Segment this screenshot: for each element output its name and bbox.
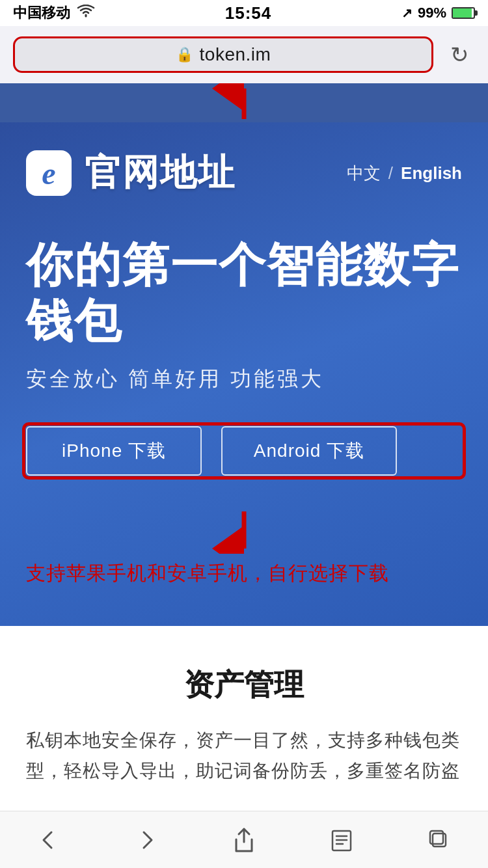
android-download-button[interactable]: Android 下载 <box>221 426 397 476</box>
down-arrow-svg <box>211 508 277 554</box>
status-time: 15:54 <box>225 3 272 23</box>
download-buttons-wrapper: iPhone 下载 Android 下载 <box>26 426 462 476</box>
bottom-navigation-bar <box>0 811 488 868</box>
section-description: 私钥本地安全保存，资产一目了然，支持多种钱包类型，轻松导入导出，助记词备份防丢，… <box>26 725 462 787</box>
logo-letter: e <box>42 156 55 191</box>
url-arrow-indicator <box>211 83 277 122</box>
browser-bar: 🔒 token.im ↻ <box>0 26 488 83</box>
tabs-icon <box>427 828 451 852</box>
lock-icon: 🔒 <box>176 46 193 63</box>
bookmarks-button[interactable] <box>322 821 361 860</box>
button-arrow-indicator <box>26 508 462 554</box>
hero-subtitle: 安全放心 简单好用 功能强大 <box>26 365 462 394</box>
back-icon <box>37 828 61 852</box>
section-title: 资产管理 <box>26 665 462 705</box>
carrier-text: 中国移动 <box>13 3 70 23</box>
share-icon <box>232 826 256 854</box>
language-switcher[interactable]: 中文 / English <box>347 162 462 185</box>
logo-icon: e <box>26 150 72 196</box>
lang-english[interactable]: English <box>401 163 462 183</box>
lang-chinese[interactable]: 中文 <box>347 162 381 185</box>
download-buttons: iPhone 下载 Android 下载 <box>26 426 462 476</box>
forward-icon <box>135 828 158 852</box>
battery-icon <box>452 7 475 19</box>
status-left: 中国移动 <box>13 3 95 23</box>
wifi-icon <box>77 5 95 21</box>
status-right: ↗ 99% <box>401 5 475 21</box>
url-bar[interactable]: 🔒 token.im <box>13 36 433 73</box>
lang-divider: / <box>388 163 393 183</box>
site-title: 官网地址 <box>85 148 236 198</box>
iphone-download-button[interactable]: iPhone 下载 <box>26 426 202 476</box>
url-text[interactable]: token.im <box>200 44 271 65</box>
site-header: e 官网地址 中文 / English <box>26 148 462 198</box>
battery-percent: 99% <box>418 5 446 21</box>
support-text: 支持苹果手机和安卓手机，自行选择下载 <box>26 560 462 587</box>
refresh-button[interactable]: ↻ <box>444 42 475 68</box>
share-button[interactable] <box>224 821 264 860</box>
hero-title: 你的第一个智能数字钱包 <box>26 237 462 349</box>
tabs-button[interactable] <box>420 821 459 860</box>
status-bar: 中国移动 15:54 ↗ 99% <box>0 0 488 26</box>
website-hero-section: e 官网地址 中文 / English 你的第一个智能数字钱包 安全放心 简单好… <box>0 122 488 626</box>
hero-section: 你的第一个智能数字钱包 安全放心 简单好用 功能强大 iPhone 下载 And… <box>26 237 462 476</box>
forward-button[interactable] <box>127 821 166 860</box>
location-icon: ↗ <box>401 5 413 21</box>
bookmarks-icon <box>330 827 353 853</box>
back-button[interactable] <box>29 821 68 860</box>
asset-management-section: 资产管理 私钥本地安全保存，资产一目了然，支持多种钱包类型，轻松导入导出，助记词… <box>0 626 488 813</box>
